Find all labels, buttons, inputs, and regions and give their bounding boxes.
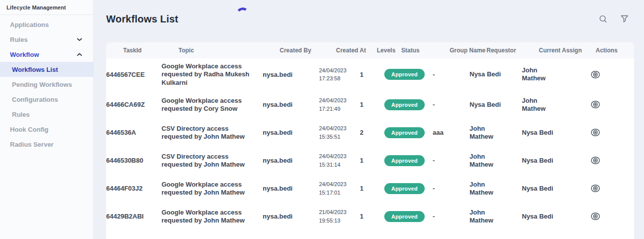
sidebar-item-workflows-list[interactable]: Workflows List <box>0 62 93 77</box>
group-name-cell: - <box>433 71 470 78</box>
requestor-name: John Mathew <box>470 209 506 225</box>
created-time: 15:17:01 <box>319 189 360 197</box>
requestor-name: John Mathew <box>470 181 506 197</box>
requestor-cell: John Mathew <box>470 153 522 169</box>
group-name-cell: - <box>433 157 470 164</box>
sidebar-item-label: Applications <box>10 21 49 28</box>
created-at-cell: 21/04/2023 19:55:13 <box>319 208 360 225</box>
table-row[interactable]: 64429B2ABI Google Workplace access reque… <box>106 203 634 231</box>
column-header-created-by[interactable]: Created By <box>280 47 336 54</box>
app-window: Lifecycle Management Applications Rules … <box>0 0 644 239</box>
actions-cell <box>579 156 634 165</box>
created-by-cell: nysa.bedi <box>263 101 319 108</box>
sidebar-item-label: Pending Workflows <box>12 81 72 88</box>
column-header-current-assign[interactable]: Current Assign <box>539 47 596 54</box>
created-at-cell: 24/04/2023 15:31:14 <box>319 152 360 169</box>
group-name-cell: - <box>433 101 470 108</box>
workflows-table-card: TaskId Topic Created By Created At Level… <box>106 42 634 239</box>
task-id-cell: 64466CA69Z <box>106 101 161 108</box>
current-assign-name: Nysa Bedi <box>522 185 553 193</box>
sidebar-item-label: Configurations <box>12 96 58 103</box>
page-title: Workflows List <box>106 13 178 25</box>
current-assign-name: John Mathew <box>522 97 559 113</box>
status-badge: Approved <box>384 69 425 80</box>
column-header-topic[interactable]: Topic <box>178 47 280 54</box>
current-assign-cell: Nysa Bedi <box>522 129 579 137</box>
levels-cell: 1 <box>360 101 384 108</box>
sidebar-item-rules-sub[interactable]: Rules <box>0 107 93 122</box>
table-row[interactable]: 6446536A CSV Directory access requested … <box>106 119 634 147</box>
search-icon[interactable] <box>599 14 608 23</box>
sidebar-item-hook-config[interactable]: Hook Config <box>0 122 93 137</box>
created-date: 24/04/2023 <box>319 96 360 105</box>
topic-cell: Google Workplace access requested by Joh… <box>161 209 263 225</box>
view-eye-icon[interactable] <box>590 128 601 137</box>
column-header-requestor[interactable]: Requestor <box>486 47 539 54</box>
view-eye-icon[interactable] <box>590 156 601 165</box>
column-header-levels[interactable]: Levels <box>377 47 401 54</box>
table-header-row: TaskId Topic Created By Created At Level… <box>106 42 634 58</box>
sidebar-item-applications[interactable]: Applications <box>0 17 93 32</box>
view-eye-icon[interactable] <box>590 70 601 79</box>
created-by-cell: nysa.bedi <box>263 185 319 192</box>
status-badge: Approved <box>384 127 425 138</box>
group-name-cell: aaa <box>433 129 470 136</box>
sidebar-item-label: Workflows List <box>12 66 58 73</box>
requestor-cell: John Mathew <box>470 181 522 197</box>
levels-cell: 2 <box>360 129 384 136</box>
sidebar-item-radius-server[interactable]: Radius Server <box>0 137 93 152</box>
status-cell: Approved <box>384 155 433 166</box>
sidebar-title: Lifecycle Management <box>0 0 93 15</box>
table-row[interactable]: 64464F03J2 Google Workplace access reque… <box>106 175 634 203</box>
actions-cell <box>579 212 634 221</box>
status-cell: Approved <box>384 69 433 80</box>
topic-cell: Google Workplace access requested by Rad… <box>161 62 263 87</box>
table-row[interactable]: 64466CA69Z Google Workplace access reque… <box>106 91 634 119</box>
column-header-created-at[interactable]: Created At <box>336 47 377 54</box>
topic-cell: Google Workplace access requested by Joh… <box>161 181 263 197</box>
sidebar-item-rules[interactable]: Rules <box>0 32 93 47</box>
status-badge: Approved <box>384 99 425 110</box>
table-row[interactable]: 6446567CEE Google Workplace access reque… <box>106 58 634 91</box>
current-assign-cell: Nysa Bedi <box>522 185 579 193</box>
status-cell: Approved <box>384 211 433 222</box>
view-eye-icon[interactable] <box>590 212 601 221</box>
table-row[interactable]: 6446530B80 CSV Directory access requeste… <box>106 147 634 175</box>
created-at-cell: 24/04/2023 17:23:58 <box>319 66 360 83</box>
current-assign-name: Nysa Bedi <box>522 157 553 165</box>
requestor-cell: John Mathew <box>470 125 522 141</box>
sidebar-item-configurations[interactable]: Configurations <box>0 92 93 107</box>
current-assign-name: John Mathew <box>522 66 559 83</box>
created-at-cell: 24/04/2023 15:35:51 <box>319 124 360 141</box>
sidebar-item-label: Radius Server <box>10 141 53 148</box>
created-by-cell: nysa.bedi <box>263 157 319 164</box>
sidebar-item-label: Rules <box>10 36 27 43</box>
created-at-cell: 24/04/2023 15:17:01 <box>319 180 360 197</box>
status-cell: Approved <box>384 183 433 194</box>
view-eye-icon[interactable] <box>590 100 601 109</box>
topic-cell: CSV Directory access requested by John M… <box>161 125 263 141</box>
status-badge: Approved <box>384 211 425 222</box>
current-assign-name: Nysa Bedi <box>522 213 553 221</box>
sidebar-item-pending-workflows[interactable]: Pending Workflows <box>0 77 93 92</box>
column-header-taskid[interactable]: TaskId <box>123 47 178 54</box>
task-id-cell: 64464F03J2 <box>106 185 161 192</box>
column-header-actions[interactable]: Actions <box>596 47 634 54</box>
levels-cell: 1 <box>360 71 384 78</box>
column-header-group-name[interactable]: Group Name <box>450 47 486 54</box>
view-eye-icon[interactable] <box>590 184 601 193</box>
sidebar-item-label: Hook Config <box>10 126 48 133</box>
actions-cell <box>579 70 634 79</box>
task-id-cell: 64429B2ABI <box>106 213 161 220</box>
requestor-name: John Mathew <box>470 125 506 141</box>
requestor-cell: John Mathew <box>470 209 522 225</box>
sidebar-item-workflow[interactable]: Workflow <box>0 47 93 62</box>
column-header-status[interactable]: Status <box>401 47 450 54</box>
status-cell: Approved <box>384 99 433 110</box>
created-time: 17:21:49 <box>319 105 360 113</box>
requestor-name: John Mathew <box>470 153 506 169</box>
task-id-cell: 6446536A <box>106 129 161 136</box>
actions-cell <box>579 100 634 109</box>
created-time: 15:35:51 <box>319 133 360 141</box>
filter-icon[interactable] <box>620 14 629 23</box>
